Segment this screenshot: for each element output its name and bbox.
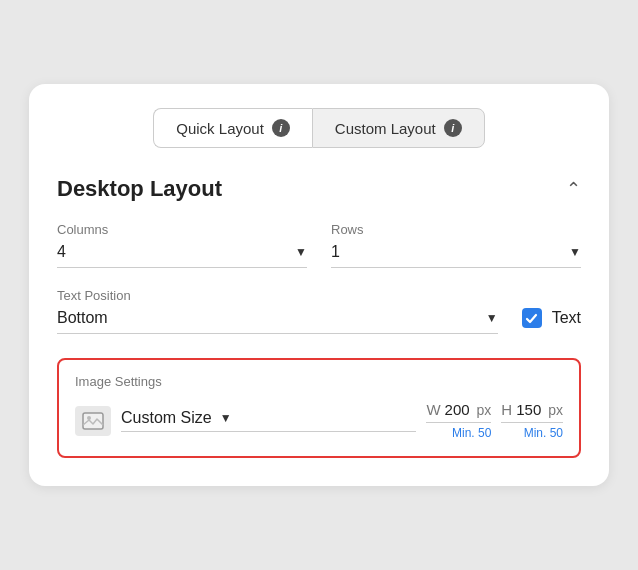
width-value: 200 [445,401,473,418]
height-group: H 150 px Min. 50 [501,401,563,440]
text-position-arrow: ▼ [486,311,498,325]
rows-select[interactable]: 1 ▼ [331,243,581,268]
text-checkbox[interactable] [522,308,542,328]
tab-quick-layout[interactable]: Quick Layout i [153,108,312,148]
height-unit: px [548,402,563,418]
rows-group: Rows 1 ▼ [331,222,581,268]
width-label: W [426,401,440,418]
image-settings-row: Custom Size ▼ W 200 px Min. 50 H 150 px [75,401,563,440]
rows-dropdown-arrow: ▼ [569,245,581,259]
quick-layout-label: Quick Layout [176,120,264,137]
height-row: H 150 px [501,401,563,423]
height-label: H [501,401,512,418]
rows-value: 1 [331,243,569,261]
checkmark-icon [525,312,538,325]
columns-rows-row: Columns 4 ▼ Rows 1 ▼ [57,222,581,268]
height-value: 150 [516,401,544,418]
height-min-label: Min. 50 [524,426,563,440]
custom-layout-label: Custom Layout [335,120,436,137]
image-settings-label: Image Settings [75,374,563,389]
width-group: W 200 px Min. 50 [426,401,491,440]
custom-size-arrow: ▼ [220,411,232,425]
text-position-row: Text Position Bottom ▼ Text [57,288,581,334]
custom-layout-info-icon[interactable]: i [444,119,462,137]
columns-dropdown-arrow: ▼ [295,245,307,259]
text-position-select[interactable]: Bottom ▼ [57,309,498,334]
text-position-value: Bottom [57,309,486,327]
custom-size-value: Custom Size [121,409,212,427]
custom-size-select[interactable]: Custom Size ▼ [121,409,416,432]
image-icon [75,406,111,436]
image-placeholder-icon [82,412,104,430]
collapse-icon[interactable]: ⌃ [566,178,581,200]
width-unit: px [477,402,492,418]
columns-label: Columns [57,222,307,237]
width-min-label: Min. 50 [452,426,491,440]
text-position-label: Text Position [57,288,498,303]
columns-group: Columns 4 ▼ [57,222,307,268]
columns-select[interactable]: 4 ▼ [57,243,307,268]
section-title: Desktop Layout [57,176,222,202]
columns-value: 4 [57,243,295,261]
image-settings-box: Image Settings Custom Size ▼ W 200 [57,358,581,458]
main-card: Quick Layout i Custom Layout i Desktop L… [29,84,609,486]
section-header: Desktop Layout ⌃ [57,176,581,202]
tab-bar: Quick Layout i Custom Layout i [57,108,581,148]
quick-layout-info-icon[interactable]: i [272,119,290,137]
tab-custom-layout[interactable]: Custom Layout i [312,108,485,148]
rows-label: Rows [331,222,581,237]
text-position-group: Text Position Bottom ▼ [57,288,498,334]
width-row: W 200 px [426,401,491,423]
text-checkbox-label: Text [552,309,581,327]
text-checkbox-group: Text [522,308,581,334]
